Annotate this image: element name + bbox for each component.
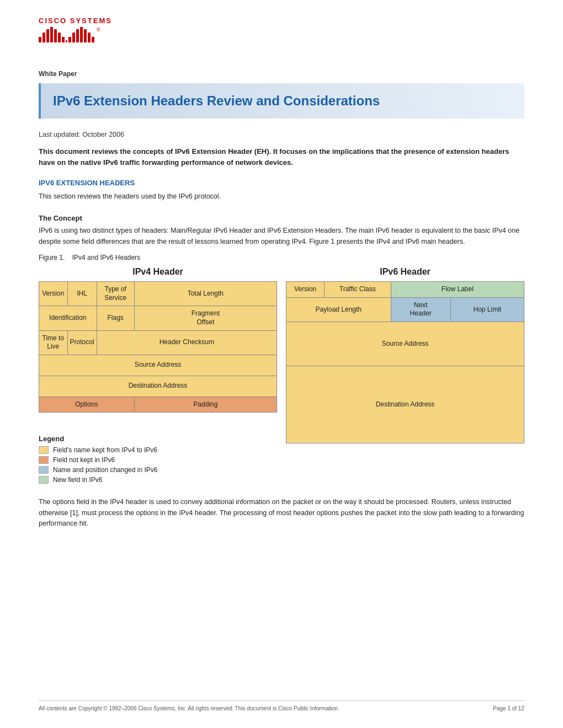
headers-container: IPv4 Header Version IHL Type ofService T…: [39, 267, 524, 486]
table-row: Time to Live Protocol Header Checksum: [39, 330, 277, 355]
footer-left: All contents are Copyright © 1992–2006 C…: [39, 705, 339, 711]
table-row: Source Address: [39, 355, 277, 376]
footer-right: Page 1 of 12: [493, 705, 524, 711]
section-body: This section reviews the headers used by…: [39, 191, 524, 202]
figure-label: Figure 1. IPv4 and IPv6 Headers: [39, 254, 524, 261]
ipv6-diagram: IPv6 Header Version Traffic Class Flow L…: [286, 267, 524, 443]
table-row: Version IHL Type ofService Total Length: [39, 282, 277, 306]
concept-heading: The Concept: [39, 214, 524, 222]
intro-text: This document reviews the concepts of IP…: [39, 146, 524, 168]
legend-label-4: New field in IPv6: [53, 476, 102, 484]
ipv6-version: Version: [286, 282, 325, 298]
table-row: Destination Address: [286, 366, 524, 443]
white-paper-label: White Paper: [39, 70, 524, 78]
ipv4-options: Options: [39, 397, 135, 413]
footer: All contents are Copyright © 1992–2006 C…: [39, 700, 524, 711]
ipv4-type-service: Type ofService: [97, 282, 134, 306]
table-row: Destination Address: [39, 376, 277, 397]
ipv4-total-length: Total Length: [134, 282, 277, 306]
body-text-2: The options field in the IPv4 header is …: [39, 497, 524, 529]
legend-item: New field in IPv6: [39, 476, 277, 484]
legend-label-3: Name and position changed in IPv6: [53, 466, 157, 474]
legend-color-yellow: [39, 446, 49, 454]
ipv4-header-checksum: Header Checksum: [97, 330, 277, 355]
legend-color-green: [39, 476, 49, 484]
concept-body: IPv6 is using two distinct types of head…: [39, 226, 524, 247]
ipv4-protocol: Protocol: [67, 330, 97, 355]
ipv4-version: Version: [39, 282, 68, 306]
last-updated: Last updated: October 2006: [39, 131, 524, 138]
title-banner: IPv6 Extension Headers Review and Consid…: [39, 83, 524, 119]
ipv6-traffic-class: Traffic Class: [324, 282, 391, 298]
section-heading: IPV6 EXTENSION HEADERS: [39, 179, 524, 187]
ipv4-table: Version IHL Type ofService Total Length …: [39, 281, 277, 413]
ipv6-payload-length: Payload Length: [286, 297, 391, 322]
ipv4-fragment-offset: FragmentOffset: [134, 306, 277, 330]
registered-mark: ®: [97, 27, 100, 33]
ipv4-identification: Identification: [39, 306, 97, 330]
legend-color-blue: [39, 466, 49, 474]
ipv4-diagram: IPv4 Header Version IHL Type ofService T…: [39, 267, 277, 486]
legend-color-orange: [39, 456, 49, 464]
figure-number: Figure 1.: [39, 254, 65, 261]
ipv6-flow-label: Flow Label: [391, 282, 524, 298]
ipv4-flags: Flags: [97, 306, 134, 330]
page-title: IPv6 Extension Headers Review and Consid…: [53, 93, 512, 109]
legend-label-2: Field not kept in IPv6: [53, 456, 115, 464]
ipv4-padding: Padding: [134, 397, 277, 413]
ipv4-ttl: Time to Live: [39, 330, 68, 355]
logo-bars: ®: [39, 27, 524, 42]
legend-item: Name and position changed in IPv6: [39, 466, 277, 474]
legend-title: Legend: [39, 435, 277, 443]
company-name: CISCO SYSTEMS: [39, 17, 524, 25]
ipv4-source-address: Source Address: [39, 355, 277, 376]
ipv6-source-address: Source Address: [286, 322, 524, 366]
legend-label-1: Field's name kept from IPv4 to IPv6: [53, 446, 157, 454]
ipv6-title: IPv6 Header: [286, 267, 524, 277]
legend-item: Field's name kept from IPv4 to IPv6: [39, 446, 277, 454]
table-row: Identification Flags FragmentOffset: [39, 306, 277, 330]
table-row: Payload Length NextHeader Hop Limit: [286, 297, 524, 322]
logo-area: CISCO SYSTEMS ®: [39, 17, 524, 42]
legend-area: Legend Field's name kept from IPv4 to IP…: [39, 435, 277, 484]
figure-caption: IPv4 and IPv6 Headers: [72, 254, 140, 261]
ipv6-destination-address: Destination Address: [286, 366, 524, 443]
ipv6-hop-limit: Hop Limit: [450, 297, 524, 322]
table-row: Source Address: [286, 322, 524, 366]
table-row: Version Traffic Class Flow Label: [286, 282, 524, 298]
ipv6-next-header: NextHeader: [391, 297, 450, 322]
ipv4-title: IPv4 Header: [39, 267, 277, 277]
ipv4-ihl: IHL: [67, 282, 97, 306]
ipv4-destination-address: Destination Address: [39, 376, 277, 397]
ipv6-table: Version Traffic Class Flow Label Payload…: [286, 281, 524, 443]
table-row: Options Padding: [39, 397, 277, 413]
legend-item: Field not kept in IPv6: [39, 456, 277, 464]
